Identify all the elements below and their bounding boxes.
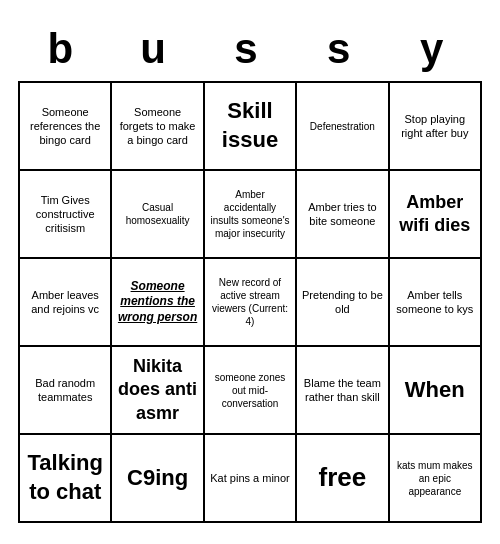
bingo-cell: Defenestration xyxy=(297,83,389,171)
bingo-cell: When xyxy=(390,347,482,435)
bingo-cell: Amber tries to bite someone xyxy=(297,171,389,259)
bingo-cell: Someone forgets to make a bingo card xyxy=(112,83,204,171)
title-letter: s xyxy=(204,25,297,73)
bingo-cell: Casual homosexuality xyxy=(112,171,204,259)
bingo-cell: Kat pins a minor xyxy=(205,435,297,523)
bingo-cell: Tim Gives constructive critisism xyxy=(20,171,112,259)
bingo-cell: Someone mentions the wrong person xyxy=(112,259,204,347)
title-letter: s xyxy=(296,25,389,73)
bingo-cell: Bad ranodm teammates xyxy=(20,347,112,435)
bingo-cell: Pretending to be old xyxy=(297,259,389,347)
bingo-cell: Blame the team rather than skill xyxy=(297,347,389,435)
bingo-cell: Skill issue xyxy=(205,83,297,171)
bingo-cell: Amber tells someone to kys xyxy=(390,259,482,347)
bingo-cell: kats mum makes an epic appearance xyxy=(390,435,482,523)
bingo-title: bussy xyxy=(18,21,482,81)
bingo-cell: Nikita does anti asmr xyxy=(112,347,204,435)
bingo-cell: free xyxy=(297,435,389,523)
bingo-cell: Stop playing right after buy xyxy=(390,83,482,171)
bingo-cell: someone zones out mid-conversation xyxy=(205,347,297,435)
bingo-cell: Amber accidentally insults someone's maj… xyxy=(205,171,297,259)
bingo-cell: Someone references the bingo card xyxy=(20,83,112,171)
bingo-cell: Talking to chat xyxy=(20,435,112,523)
bingo-cell: Amber wifi dies xyxy=(390,171,482,259)
bingo-card: bussy Someone references the bingo cardS… xyxy=(10,13,490,531)
title-letter: u xyxy=(111,25,204,73)
bingo-grid: Someone references the bingo cardSomeone… xyxy=(18,81,482,523)
bingo-cell: Amber leaves and rejoins vc xyxy=(20,259,112,347)
title-letter: b xyxy=(18,25,111,73)
bingo-cell: C9ing xyxy=(112,435,204,523)
bingo-cell: New record of active stream viewers (Cur… xyxy=(205,259,297,347)
title-letter: y xyxy=(389,25,482,73)
